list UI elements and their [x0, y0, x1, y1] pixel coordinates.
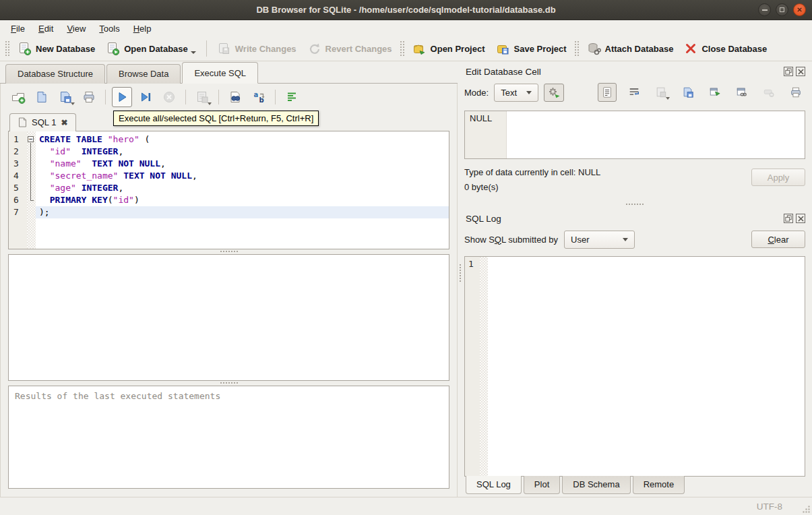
apply-button[interactable]: Apply [751, 169, 805, 186]
menu-edit[interactable]: Edit [32, 22, 60, 36]
revert-changes-button[interactable]: Revert Changes [302, 39, 398, 59]
sql-editor[interactable]: 1−CREATE TABLE "hero" (2 "id" INTEGER,3 … [8, 131, 449, 249]
close-dock-button[interactable] [796, 67, 805, 76]
window-title: DB Browser for SQLite - /home/user/code/… [256, 5, 555, 15]
mode-combobox[interactable]: Text [494, 84, 538, 102]
titlebar[interactable]: DB Browser for SQLite - /home/user/code/… [0, 0, 812, 20]
stop-icon [162, 90, 176, 104]
open-sql-file-button[interactable] [32, 87, 52, 107]
tab-database-structure[interactable]: Database Structure [5, 64, 105, 84]
word-wrap-button[interactable] [625, 83, 644, 102]
float-dock-button[interactable] [784, 214, 793, 223]
close-tab-icon[interactable]: ✖ [61, 119, 67, 127]
stop-button[interactable] [159, 87, 179, 107]
save-sql-file-button[interactable] [55, 87, 75, 107]
close-dock-icon [798, 69, 804, 75]
minimize-button[interactable] [758, 3, 771, 16]
float-dock-button[interactable] [784, 67, 793, 76]
tab-sql-log[interactable]: SQL Log [466, 476, 522, 494]
text-mode-button[interactable] [598, 83, 617, 102]
export-cell-button[interactable] [706, 83, 724, 102]
clear-log-button[interactable]: Clear [751, 231, 805, 248]
code-text: "name" TEXT NOT NULL, [36, 158, 449, 170]
tab-db-schema[interactable]: DB Schema [562, 476, 630, 494]
print-cell-button[interactable] [786, 83, 805, 102]
save-project-button[interactable]: Save Project [491, 39, 572, 59]
code-line[interactable]: 3 "name" TEXT NOT NULL, [9, 158, 449, 170]
log-text-area[interactable] [488, 257, 805, 476]
close-button[interactable]: ✕ [793, 3, 806, 16]
tab-browse-data[interactable]: Browse Data [106, 64, 181, 84]
submitter-combobox[interactable]: User [564, 231, 635, 249]
cell-editor-text-area[interactable] [507, 111, 805, 158]
encoding-indicator[interactable]: UTF-8 [757, 502, 782, 512]
fold-collapse-icon[interactable]: − [28, 136, 34, 142]
tab-execute-sql[interactable]: Execute SQL [182, 62, 258, 84]
fold-margin[interactable]: − [27, 133, 36, 146]
code-line[interactable]: 7); [9, 206, 449, 218]
tab-plot[interactable]: Plot [524, 476, 560, 494]
menu-help[interactable]: Help [127, 22, 158, 36]
maximize-button[interactable] [776, 3, 788, 16]
open-project-button[interactable]: Open Project [407, 39, 491, 59]
sql-log-editor[interactable]: 1 [464, 256, 805, 477]
new-database-button[interactable]: New Database [12, 39, 100, 59]
splitter[interactable] [464, 200, 805, 210]
code-text: "secret_name" TEXT NOT NULL, [36, 170, 449, 182]
sql1-tab[interactable]: SQL 1 ✖ [9, 113, 76, 131]
auto-switch-mode-button[interactable] [544, 84, 564, 102]
tooltip: Execute all/selected SQL [Ctrl+Return, F… [113, 111, 319, 126]
toolbar-handle[interactable] [5, 40, 10, 57]
execute-all-button[interactable] [112, 87, 132, 107]
line-number: 1 [9, 133, 27, 146]
line-number: 7 [9, 206, 27, 218]
code-line[interactable]: 2 "id" INTEGER, [9, 146, 449, 158]
close-database-button[interactable]: Close Database [679, 39, 772, 58]
code-line[interactable]: 1−CREATE TABLE "hero" ( [9, 133, 449, 146]
print-icon [790, 86, 802, 98]
menu-tools[interactable]: Tools [92, 22, 126, 36]
save-results-button[interactable] [192, 87, 212, 107]
menu-view[interactable]: View [60, 22, 92, 36]
splitter[interactable] [8, 381, 449, 386]
code-text: ); [36, 206, 449, 218]
line-number: 3 [9, 158, 27, 170]
format-sql-button[interactable] [282, 87, 302, 107]
save-cell-button[interactable] [652, 83, 670, 102]
results-table-pane[interactable] [8, 254, 449, 381]
vertical-splitter[interactable] [458, 62, 463, 497]
write-changes-button[interactable]: Write Changes [212, 39, 302, 59]
attach-database-button[interactable]: Attach Database [582, 39, 679, 59]
print-sql-button[interactable] [79, 87, 99, 107]
save-sql-dropdown-icon[interactable] [71, 102, 75, 105]
close-dock-button[interactable] [796, 214, 805, 223]
float-dock-icon [785, 215, 792, 222]
menu-file[interactable]: File [4, 22, 32, 36]
new-query-tab-button[interactable] [8, 87, 28, 107]
toolbar-handle[interactable] [574, 40, 580, 57]
code-line[interactable]: 6 PRIMARY KEY("id") [9, 194, 449, 206]
svg-text:a: a [254, 91, 259, 98]
sql-document-icon [18, 117, 27, 127]
tab-remote[interactable]: Remote [633, 476, 685, 494]
cell-editor[interactable]: NULL [464, 111, 805, 159]
resize-grip-icon[interactable] [801, 504, 811, 514]
code-line[interactable]: 4 "secret_name" TEXT NOT NULL, [9, 170, 449, 182]
code-line[interactable]: 5 "age" INTEGER, [9, 182, 449, 194]
open-project-icon [412, 42, 427, 56]
toolbar-handle[interactable] [400, 40, 405, 57]
set-null-button[interactable] [759, 83, 778, 102]
open-in-app-button[interactable] [732, 83, 751, 102]
open-database-dropdown-icon[interactable] [191, 51, 196, 54]
sql1-tab-label: SQL 1 [32, 117, 56, 127]
link-icon [736, 86, 748, 98]
replace-button[interactable]: a b [249, 87, 269, 107]
close-database-icon [684, 42, 697, 55]
import-cell-button[interactable] [679, 83, 697, 102]
sql-toolbar: a b [8, 84, 449, 111]
execute-line-button[interactable] [135, 87, 156, 107]
open-database-button[interactable]: Open Database [100, 39, 201, 59]
splitter[interactable] [8, 249, 449, 254]
find-button[interactable] [225, 87, 245, 107]
results-message-pane[interactable]: Results of the last executed statements [8, 386, 449, 489]
